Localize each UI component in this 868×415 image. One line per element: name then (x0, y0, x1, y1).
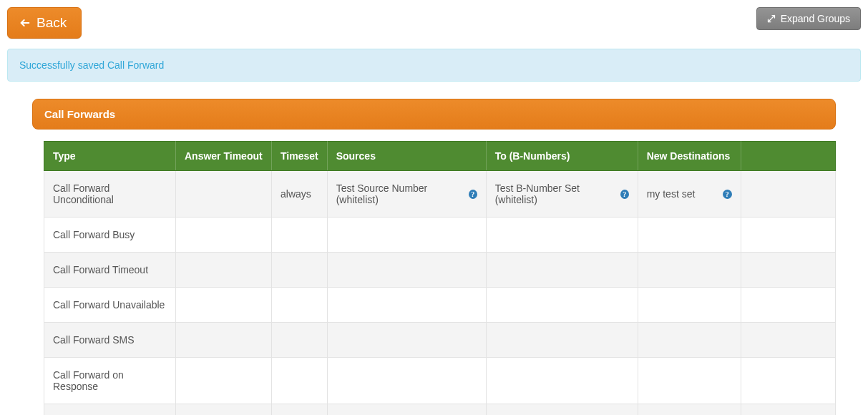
cell-timeset (272, 358, 328, 404)
cell-answer-timeout (176, 218, 272, 253)
cell-type: Call Forward Unavailable (44, 288, 176, 323)
th-actions (741, 142, 835, 171)
cell-sources (327, 253, 486, 288)
expand-icon (767, 14, 776, 23)
cell-to (486, 218, 638, 253)
cell-to (486, 288, 638, 323)
info-icon[interactable]: ? (723, 190, 732, 199)
cell-timeset (272, 218, 328, 253)
call-forwards-panel: Call Forwards Type Answer Timeout Timese… (32, 99, 836, 415)
cell-answer-timeout (176, 171, 272, 218)
cell-sources: Test Source Number (whitelist)? (327, 171, 486, 218)
arrow-left-icon (19, 17, 31, 29)
cell-dest-text: my test set (647, 188, 696, 200)
table-row[interactable]: Call Forward on Response (44, 358, 836, 404)
cell-new-destinations (638, 358, 741, 404)
back-button[interactable]: Back (7, 7, 82, 39)
cell-timeset: always (272, 171, 328, 218)
cell-sources (327, 358, 486, 404)
cell-type: Call Forward Busy (44, 218, 176, 253)
cell-actions (741, 218, 835, 253)
cell-actions (741, 404, 835, 416)
table-row[interactable]: Call Forward Busy (44, 218, 836, 253)
table-row[interactable]: Call Forward on Overflow (44, 404, 836, 416)
th-new-destinations: New Destinations (638, 142, 741, 171)
info-icon[interactable]: ? (469, 190, 477, 199)
th-to: To (B-Numbers) (486, 142, 638, 171)
cell-new-destinations (638, 253, 741, 288)
cell-actions (741, 288, 835, 323)
th-type: Type (44, 142, 176, 171)
cell-type: Call Forward Unconditional (44, 171, 176, 218)
expand-groups-label: Expand Groups (781, 13, 850, 24)
cell-actions (741, 171, 835, 218)
th-sources: Sources (327, 142, 486, 171)
th-timeset: Timeset (272, 142, 328, 171)
cell-answer-timeout (176, 358, 272, 404)
cell-timeset (272, 253, 328, 288)
table-row[interactable]: Call Forward Timeout (44, 253, 836, 288)
success-alert: Successfully saved Call Forward (7, 49, 861, 82)
cell-answer-timeout (176, 323, 272, 358)
cell-type: Call Forward on Overflow (44, 404, 176, 416)
table-row[interactable]: Call Forward UnconditionalalwaysTest Sou… (44, 171, 836, 218)
cell-timeset (272, 288, 328, 323)
cell-new-destinations: my test set? (638, 171, 741, 218)
cell-new-destinations (638, 288, 741, 323)
cell-type: Call Forward SMS (44, 323, 176, 358)
cell-sources (327, 218, 486, 253)
cell-sources (327, 288, 486, 323)
cell-new-destinations (638, 323, 741, 358)
expand-groups-button[interactable]: Expand Groups (756, 7, 861, 30)
cell-to: Test B-Number Set (whitelist)? (486, 171, 638, 218)
cell-to (486, 253, 638, 288)
cell-to-text: Test B-Number Set (whitelist) (495, 182, 613, 205)
th-answer-timeout: Answer Timeout (176, 142, 272, 171)
cell-answer-timeout (176, 253, 272, 288)
cell-actions (741, 253, 835, 288)
cell-timeset (272, 404, 328, 416)
call-forwards-table: Type Answer Timeout Timeset Sources To (… (44, 141, 836, 415)
cell-to (486, 323, 638, 358)
cell-type: Call Forward on Response (44, 358, 176, 404)
cell-to (486, 358, 638, 404)
cell-sources (327, 404, 486, 416)
panel-title: Call Forwards (32, 99, 836, 130)
cell-sources-text: Test Source Number (whitelist) (336, 182, 462, 205)
cell-answer-timeout (176, 288, 272, 323)
cell-type: Call Forward Timeout (44, 253, 176, 288)
cell-actions (741, 323, 835, 358)
cell-timeset (272, 323, 328, 358)
cell-answer-timeout (176, 404, 272, 416)
cell-sources (327, 323, 486, 358)
cell-actions (741, 358, 835, 404)
table-row[interactable]: Call Forward Unavailable (44, 288, 836, 323)
cell-new-destinations (638, 404, 741, 416)
cell-new-destinations (638, 218, 741, 253)
table-row[interactable]: Call Forward SMS (44, 323, 836, 358)
cell-to (486, 404, 638, 416)
back-button-label: Back (36, 15, 67, 31)
info-icon[interactable]: ? (620, 190, 629, 199)
success-alert-message: Successfully saved Call Forward (19, 59, 164, 71)
